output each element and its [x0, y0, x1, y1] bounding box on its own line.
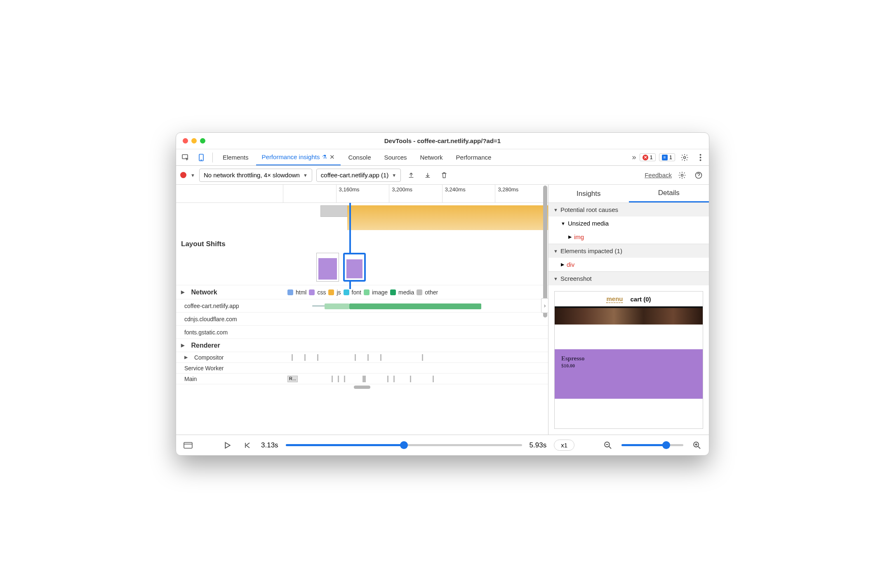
position-slider[interactable]: [286, 444, 522, 446]
flame-block[interactable]: [320, 205, 351, 217]
toggle-view-icon[interactable]: [182, 439, 194, 452]
tab-performance-insights[interactable]: Performance insights ⚗ ✕: [256, 149, 341, 165]
chevron-down-icon: ▼: [303, 173, 308, 178]
tab-details[interactable]: Details: [629, 185, 709, 202]
upload-icon[interactable]: [405, 169, 417, 181]
speed-pill[interactable]: x1: [554, 440, 574, 451]
task-tick[interactable]: [355, 354, 356, 361]
download-icon[interactable]: [421, 169, 434, 181]
tab-network[interactable]: Network: [414, 149, 449, 165]
horizontal-scrollbar[interactable]: [176, 384, 548, 390]
more-tabs-icon[interactable]: »: [632, 153, 636, 162]
time-ruler[interactable]: 3,160ms 3,200ms 3,240ms 3,280ms: [176, 185, 548, 203]
task-tick[interactable]: [410, 376, 411, 382]
throttle-select[interactable]: No network throttling, 4× slowdown▼: [199, 169, 312, 182]
tab-elements[interactable]: Elements: [217, 149, 254, 165]
disclosure-icon[interactable]: ▶: [181, 289, 184, 295]
tab-label: Network: [420, 154, 443, 161]
disclosure-icon[interactable]: ▼: [561, 221, 565, 226]
feedback-link[interactable]: Feedback: [645, 172, 672, 179]
task-tick[interactable]: [332, 376, 333, 382]
rewind-icon[interactable]: [241, 439, 254, 452]
task-block[interactable]: R...: [287, 376, 298, 382]
ruler-tick: 3,240ms: [442, 185, 495, 202]
disclosure-icon[interactable]: ▶: [568, 234, 572, 240]
ruler-tick: 3,200ms: [389, 185, 442, 202]
task-tick[interactable]: [380, 354, 381, 361]
svg-point-6: [699, 159, 701, 161]
ruler-tick: 3,160ms: [336, 185, 389, 202]
collapse-sidebar-icon[interactable]: ›: [541, 298, 548, 313]
disclosure-icon[interactable]: ▶: [184, 355, 188, 360]
tab-insights[interactable]: Insights: [548, 185, 629, 202]
select-value: coffee-cart.netlify.app (1): [321, 172, 389, 179]
record-menu-icon[interactable]: ▼: [191, 173, 195, 178]
element-link[interactable]: div: [567, 261, 574, 268]
flame-block[interactable]: [347, 205, 548, 230]
compositor-row: ▶ Compositor: [176, 352, 548, 363]
device-icon[interactable]: [194, 151, 208, 165]
task-tick[interactable]: [422, 354, 423, 361]
task-tick[interactable]: [362, 376, 366, 382]
section-impacted: ▼Elements impacted (1) ▶div: [548, 244, 709, 272]
tab-label: Performance insights: [262, 153, 320, 160]
row-label: Compositor: [194, 354, 224, 361]
record-button[interactable]: [180, 172, 186, 178]
legend-label: css: [317, 289, 326, 296]
legend-label: font: [352, 289, 361, 296]
gear-icon[interactable]: [678, 151, 691, 164]
element-link[interactable]: img: [574, 233, 584, 240]
tab-performance[interactable]: Performance: [450, 149, 497, 165]
task-tick[interactable]: [344, 376, 345, 382]
legend-label: html: [296, 289, 306, 296]
net-bar[interactable]: [325, 303, 349, 309]
task-tick[interactable]: [304, 354, 306, 361]
swatch-image: [364, 289, 370, 295]
tab-sources[interactable]: Sources: [378, 149, 412, 165]
task-tick[interactable]: [317, 354, 318, 361]
help-icon[interactable]: [692, 169, 705, 181]
errors-badge[interactable]: ✕1: [640, 153, 656, 161]
svg-rect-9: [184, 442, 192, 448]
zoom-out-icon[interactable]: [602, 439, 614, 452]
disclosure-icon[interactable]: ▶: [181, 343, 184, 348]
shift-thumbnail[interactable]: [316, 253, 339, 282]
task-tick[interactable]: [292, 354, 293, 361]
legend-label: js: [337, 289, 341, 296]
disclosure-icon[interactable]: ▼: [553, 207, 558, 212]
titlebar: DevTools - coffee-cart.netlify.app/?ad=1: [176, 133, 709, 149]
disclosure-icon[interactable]: ▼: [553, 249, 558, 254]
host-label: fonts.gstatic.com: [176, 326, 283, 339]
disclosure-icon[interactable]: ▼: [553, 276, 558, 281]
info-badge[interactable]: ≡1: [659, 153, 675, 161]
shift-thumbnail-selected[interactable]: [343, 253, 366, 282]
main-body: 3,160ms 3,200ms 3,240ms 3,280ms Layout S…: [176, 185, 709, 435]
profile-select[interactable]: coffee-cart.netlify.app (1)▼: [316, 169, 401, 182]
kebab-icon[interactable]: [694, 151, 706, 164]
section-title: Elements impacted (1): [560, 247, 622, 254]
close-tab-icon[interactable]: ✕: [330, 153, 335, 161]
gear-icon[interactable]: [676, 169, 688, 181]
row-label: Layout Shifts: [176, 203, 283, 285]
tab-console[interactable]: Console: [342, 149, 377, 165]
disclosure-icon[interactable]: ▶: [561, 262, 564, 267]
svg-rect-0: [182, 155, 188, 159]
play-icon[interactable]: [221, 439, 234, 452]
host-label: coffee-cart.netlify.app: [176, 299, 283, 312]
screenshot-preview: menu cart (0) Espresso $10.00: [548, 285, 709, 435]
trash-icon[interactable]: [438, 169, 450, 181]
task-tick[interactable]: [393, 376, 395, 382]
task-tick[interactable]: [387, 376, 388, 382]
row-label: Renderer: [191, 342, 220, 349]
task-tick[interactable]: [433, 376, 434, 382]
zoom-in-icon[interactable]: [691, 439, 703, 452]
inspect-icon[interactable]: [179, 151, 193, 165]
main-row: Main R...: [176, 374, 548, 384]
zoom-slider[interactable]: [621, 444, 683, 446]
row-label: Service Worker: [176, 363, 283, 373]
task-tick[interactable]: [338, 376, 339, 382]
net-bar[interactable]: [349, 303, 481, 309]
network-host-row: fonts.gstatic.com: [176, 326, 548, 339]
task-tick[interactable]: [367, 354, 369, 361]
legend-label: media: [398, 289, 414, 296]
